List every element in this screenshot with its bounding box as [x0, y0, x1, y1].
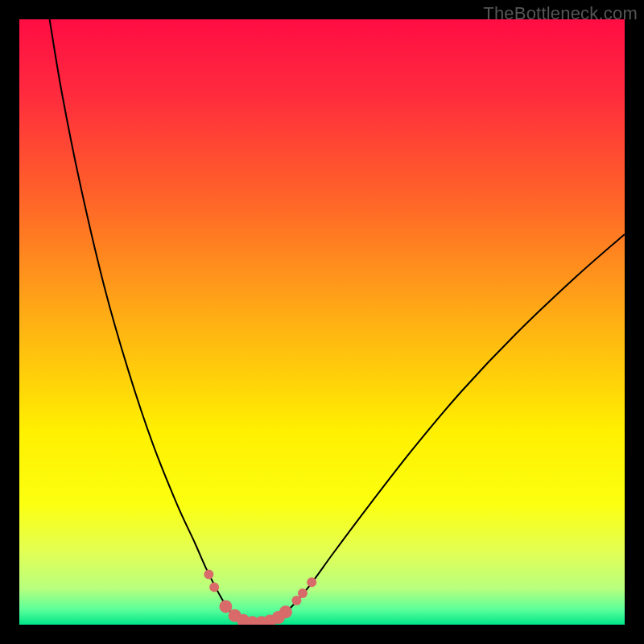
bottleneck-chart: [19, 19, 625, 625]
highlight-dot: [298, 588, 308, 598]
highlight-dot: [279, 605, 292, 618]
highlight-dot: [307, 577, 316, 587]
chart-frame: [19, 19, 625, 625]
highlight-dot: [219, 600, 232, 613]
highlight-dot: [204, 570, 213, 580]
gradient-background: [19, 19, 625, 625]
highlight-dot: [209, 582, 219, 592]
